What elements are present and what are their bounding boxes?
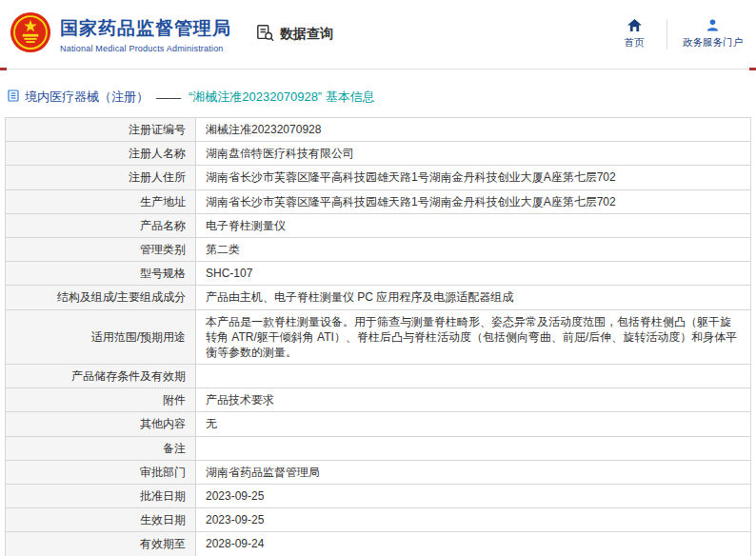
header-nav: 首页 政务服务门户: [617, 19, 746, 50]
table-row: 生产地址湖南省长沙市芙蓉区隆平高科技园雄天路1号湖南金丹科技创业大厦A座第七层7…: [6, 189, 751, 213]
table-row: 备注: [6, 436, 751, 460]
field-value: 2028-09-24: [196, 532, 751, 556]
field-label: 管理类别: [6, 237, 196, 261]
field-value: 无: [196, 412, 751, 436]
page-title-category: 境内医疗器械（注册）: [25, 89, 149, 106]
field-label: 注册人名称: [6, 142, 196, 166]
header-divider: [0, 69, 756, 70]
page-title-registration-number: “湘械注准20232070928” 基本信息: [189, 89, 375, 106]
field-value: 本产品是一款脊柱测量设备。用于筛查与测量脊柱畸形、姿态异常及活动度范围，包括脊柱…: [196, 309, 751, 365]
user-icon: [706, 19, 719, 33]
field-value: 湘械注准20232070928: [196, 118, 751, 142]
field-label: 审批部门: [6, 460, 196, 484]
page-title: 境内医疗器械（注册） —— “湘械注准20232070928” 基本信息: [8, 89, 751, 106]
home-icon: [627, 19, 642, 33]
page-title-separator: ——: [156, 90, 181, 105]
field-value: 湖南盘倍特医疗科技有限公司: [196, 142, 751, 166]
agency-brand: 国家药品监督管理局 National Medical Products Admi…: [10, 11, 231, 57]
field-value: 产品由主机、电子脊柱测量仪 PC 应用程序及电源适配器组成: [196, 286, 751, 309]
field-label: 批准日期: [6, 485, 196, 508]
field-label: 产品名称: [6, 213, 196, 237]
nav-home[interactable]: 首页: [617, 19, 651, 50]
field-label: 结构及组成/主要组成成分: [6, 286, 196, 309]
table-row: 适用范围/预期用途本产品是一款脊柱测量设备。用于筛查与测量脊柱畸形、姿态异常及活…: [6, 309, 751, 365]
nav-divider: [666, 19, 667, 50]
table-row: 有效期至2028-09-24: [6, 532, 751, 556]
field-value: 湖南省长沙市芙蓉区隆平高科技园雄天路1号湖南金丹科技创业大厦A座第七层702: [196, 189, 751, 213]
field-value: 2023-09-25: [196, 485, 751, 508]
table-row: 产品储存条件及有效期: [6, 365, 751, 388]
nav-portal[interactable]: 政务服务门户: [683, 19, 743, 50]
table-row: 管理类别第二类: [6, 237, 751, 261]
table-row: 产品名称电子脊柱测量仪: [6, 213, 751, 237]
field-label: 其他内容: [6, 412, 196, 436]
field-value: [196, 365, 751, 388]
field-value: [196, 436, 751, 460]
field-label: 备注: [6, 436, 196, 460]
field-label: 型号规格: [6, 262, 196, 286]
content-area: 境内医疗器械（注册） —— “湘械注准20232070928” 基本信息 注册证…: [0, 70, 756, 556]
table-row: 注册人名称湖南盘倍特医疗科技有限公司: [6, 142, 751, 166]
table-row: 结构及组成/主要组成成分产品由主机、电子脊柱测量仪 PC 应用程序及电源适配器组…: [6, 286, 751, 309]
data-query-label: 数据查询: [280, 26, 333, 43]
table-row: 审批部门湖南省药品监督管理局: [6, 460, 751, 484]
national-emblem-logo: [10, 11, 51, 57]
edge-mark-right: [749, 68, 756, 70]
registration-info-table: 注册证编号湘械注准20232070928注册人名称湖南盘倍特医疗科技有限公司注册…: [5, 117, 751, 556]
field-label: 有效期至: [6, 532, 196, 556]
agency-title: 国家药品监督管理局: [60, 16, 231, 41]
field-label: 附件: [6, 388, 196, 412]
table-row: 注册证编号湘械注准20232070928: [6, 118, 751, 142]
agency-name-block: 国家药品监督管理局 National Medical Products Admi…: [60, 16, 231, 53]
table-row: 型号规格SHC-107: [6, 262, 751, 286]
data-query-icon: [256, 24, 274, 45]
field-value: 2023-09-25: [196, 508, 751, 532]
field-value: 湖南省长沙市芙蓉区隆平高科技园雄天路1号湖南金丹科技创业大厦A座第七层702: [196, 166, 751, 189]
field-label: 注册证编号: [6, 118, 196, 142]
table-row: 附件产品技术要求: [6, 388, 751, 412]
data-query-module: 数据查询: [256, 24, 333, 45]
field-label: 适用范围/预期用途: [6, 309, 196, 365]
field-label: 生产地址: [6, 189, 196, 213]
field-value: 产品技术要求: [196, 388, 751, 412]
edge-mark-left: [0, 68, 7, 70]
table-row: 生效日期2023-09-25: [6, 508, 751, 532]
field-value: 湖南省药品监督管理局: [196, 460, 751, 484]
table-row: 其他内容无: [6, 412, 751, 436]
nav-portal-label: 政务服务门户: [683, 36, 743, 50]
field-label: 生效日期: [6, 508, 196, 532]
field-label: 注册人住所: [6, 166, 196, 189]
site-header: 国家药品监督管理局 National Medical Products Admi…: [0, 0, 756, 69]
field-value: 电子脊柱测量仪: [196, 213, 751, 237]
field-value: SHC-107: [196, 262, 751, 286]
table-row: 注册人住所湖南省长沙市芙蓉区隆平高科技园雄天路1号湖南金丹科技创业大厦A座第七层…: [6, 166, 751, 189]
table-row: 批准日期2023-09-25: [6, 485, 751, 508]
agency-subtitle: National Medical Products Administration: [60, 44, 231, 53]
nav-home-label: 首页: [625, 36, 645, 50]
field-value: 第二类: [196, 237, 751, 261]
field-label: 产品储存条件及有效期: [6, 365, 196, 388]
document-icon: [8, 89, 19, 105]
